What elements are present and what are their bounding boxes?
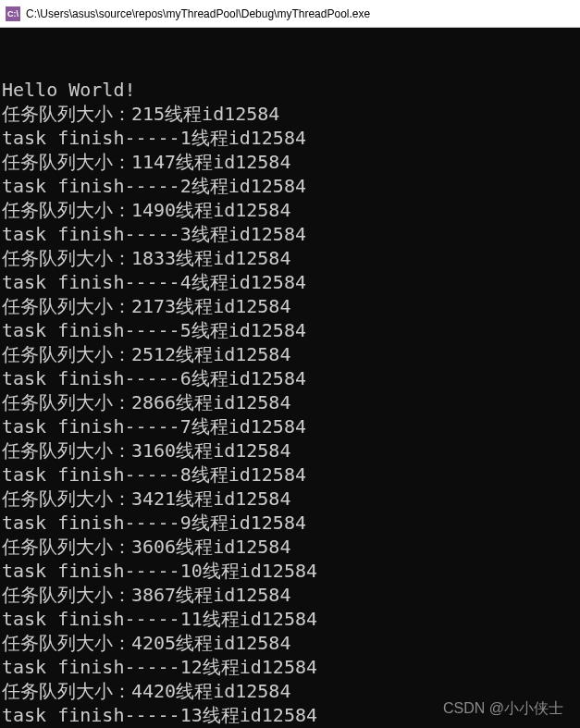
window-titlebar[interactable]: C:\ C:\Users\asus\source\repos\myThreadP… (0, 0, 580, 28)
console-line-hello: Hello World! (2, 78, 580, 102)
app-icon: C:\ (6, 6, 20, 21)
console-output: Hello World!任务队列大小：215线程id12584 task fin… (0, 28, 580, 728)
window-title: C:\Users\asus\source\repos\myThreadPool\… (26, 7, 370, 20)
